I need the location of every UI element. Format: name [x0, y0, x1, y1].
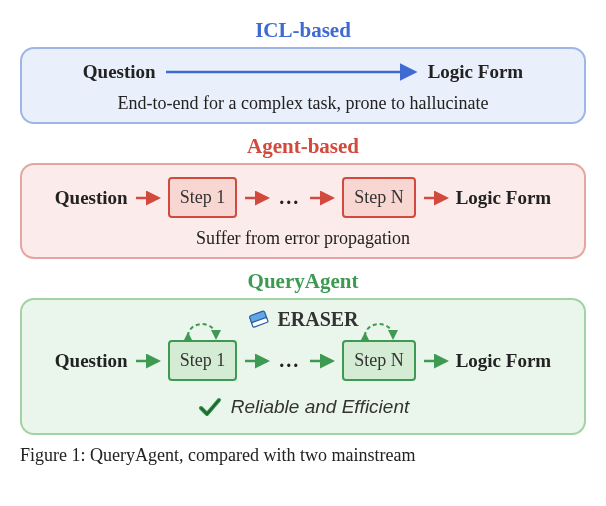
reliable-row: Reliable and Efficient: [36, 395, 570, 419]
icl-logic: Logic Form: [428, 61, 524, 83]
agent-step1: Step 1: [168, 177, 238, 218]
query-stepN: Step N: [342, 340, 416, 381]
query-panel: ERASER Question Step 1 ... Step N: [20, 298, 586, 435]
icl-question: Question: [83, 61, 156, 83]
eraser-text: ERASER: [277, 308, 358, 331]
query-step1-label: Step 1: [180, 350, 226, 370]
agent-row: Question Step 1 ... Step N Logic Form: [36, 177, 570, 218]
arrow-right-icon: [308, 190, 336, 206]
query-question: Question: [55, 350, 128, 372]
agent-logic: Logic Form: [456, 187, 552, 209]
eraser-icon: [247, 309, 271, 331]
query-title: QueryAgent: [20, 269, 586, 294]
query-logic: Logic Form: [456, 350, 552, 372]
arrow-right-icon: [162, 62, 422, 82]
loop-arrow-icon: [182, 312, 222, 340]
query-dots: ...: [277, 349, 302, 372]
icl-subtext: End-to-end for a complex task, prone to …: [36, 93, 570, 114]
agent-stepN: Step N: [342, 177, 416, 218]
agent-title: Agent-based: [20, 134, 586, 159]
icl-panel: Question Logic Form End-to-end for a com…: [20, 47, 586, 124]
reliable-text: Reliable and Efficient: [231, 396, 410, 418]
query-step1: Step 1: [168, 340, 238, 381]
agent-subtext: Suffer from error propagation: [36, 228, 570, 249]
agent-panel: Question Step 1 ... Step N Logic Form Su…: [20, 163, 586, 259]
arrow-right-icon: [134, 353, 162, 369]
agent-dots: ...: [277, 186, 302, 209]
query-row: Question Step 1 ... Step N Log: [36, 340, 570, 381]
check-icon: [197, 395, 223, 419]
arrow-right-icon: [422, 190, 450, 206]
query-stepN-label: Step N: [354, 350, 404, 370]
agent-question: Question: [55, 187, 128, 209]
arrow-right-icon: [422, 353, 450, 369]
icl-title: ICL-based: [20, 18, 586, 43]
arrow-right-icon: [243, 353, 271, 369]
loop-arrow-icon: [359, 312, 399, 340]
eraser-label: ERASER: [22, 308, 584, 331]
arrow-right-icon: [308, 353, 336, 369]
icl-row: Question Logic Form: [36, 61, 570, 83]
arrow-right-icon: [134, 190, 162, 206]
arrow-right-icon: [243, 190, 271, 206]
figure-caption: Figure 1: QueryAgent, compared with two …: [20, 445, 586, 466]
